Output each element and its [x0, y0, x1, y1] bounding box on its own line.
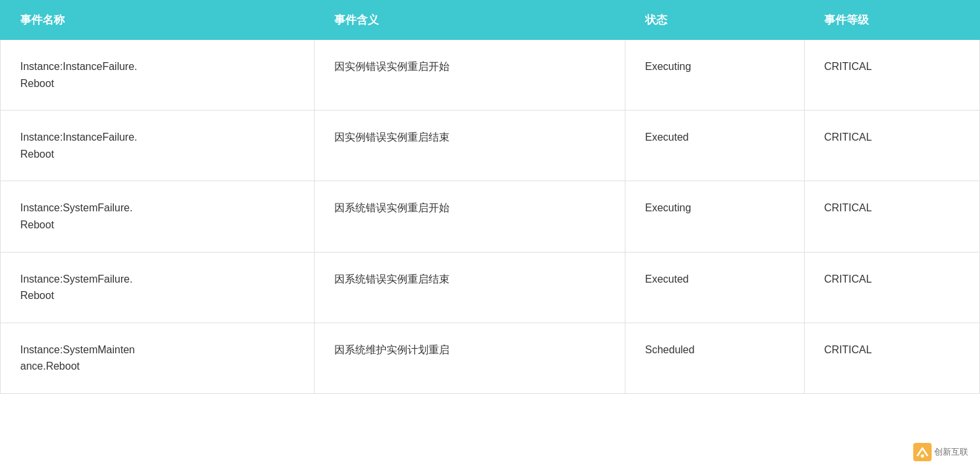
cell-event-name: Instance:InstanceFailure. Reboot	[1, 111, 315, 181]
col-event-meaning: 事件含义	[315, 1, 625, 40]
table-row: Instance:SystemFailure. Reboot因系统错误实例重启开…	[1, 181, 980, 252]
table-row: Instance:InstanceFailure. Reboot因实例错误实例重…	[1, 40, 980, 111]
svg-rect-0	[913, 443, 932, 461]
cell-event-meaning: 因实例错误实例重启开始	[315, 40, 625, 111]
cell-event-meaning: 因系统错误实例重启结束	[315, 252, 625, 323]
cell-status: Executing	[625, 181, 805, 252]
event-table: 事件名称 事件含义 状态 事件等级 Instance:InstanceFailu…	[0, 0, 980, 394]
cell-status: Executed	[625, 111, 805, 181]
table-row: Instance:SystemMainten ance.Reboot因系统维护实…	[1, 323, 980, 393]
col-status: 状态	[625, 1, 805, 40]
cell-event-level: CRITICAL	[804, 323, 979, 393]
col-event-name: 事件名称	[1, 1, 315, 40]
cell-status: Executing	[625, 40, 805, 111]
cell-event-name: Instance:InstanceFailure. Reboot	[1, 40, 315, 111]
cell-status: Scheduled	[625, 323, 805, 393]
col-event-level: 事件等级	[804, 1, 979, 40]
table-header-row: 事件名称 事件含义 状态 事件等级	[1, 1, 980, 40]
table-row: Instance:SystemFailure. Reboot因系统错误实例重启结…	[1, 252, 980, 323]
watermark-icon	[913, 443, 932, 461]
cell-event-name: Instance:SystemMainten ance.Reboot	[1, 323, 315, 393]
cell-event-level: CRITICAL	[804, 111, 979, 181]
cell-event-level: CRITICAL	[804, 252, 979, 323]
cell-event-meaning: 因实例错误实例重启结束	[315, 111, 625, 181]
cell-event-level: CRITICAL	[804, 40, 979, 111]
svg-point-1	[921, 455, 924, 458]
cell-event-name: Instance:SystemFailure. Reboot	[1, 181, 315, 252]
cell-event-meaning: 因系统维护实例计划重启	[315, 323, 625, 393]
cell-event-meaning: 因系统错误实例重启开始	[315, 181, 625, 252]
table-row: Instance:InstanceFailure. Reboot因实例错误实例重…	[1, 111, 980, 181]
cell-event-level: CRITICAL	[804, 181, 979, 252]
cell-event-name: Instance:SystemFailure. Reboot	[1, 252, 315, 323]
cell-status: Executed	[625, 252, 805, 323]
watermark: 创新互联	[913, 443, 968, 461]
watermark-label: 创新互联	[934, 446, 968, 458]
